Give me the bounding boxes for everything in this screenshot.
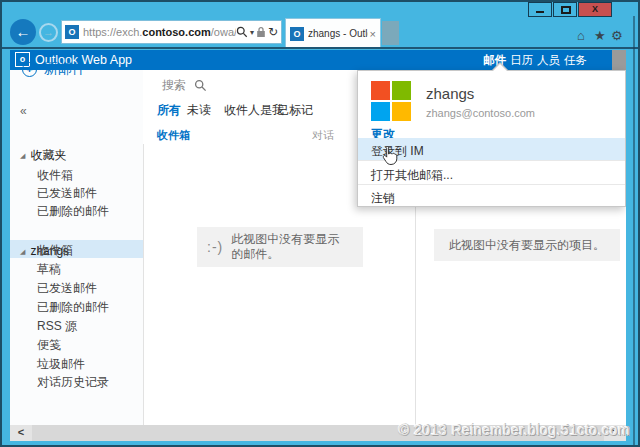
sidebar-item-conversation-history[interactable]: 对话历史记录 — [37, 374, 109, 391]
sidebar-item-deleted[interactable]: 已删除的邮件 — [37, 299, 109, 316]
forward-icon: → — [43, 26, 54, 38]
vertical-scrollbar-thumb[interactable] — [612, 50, 626, 70]
user-account-menu: zhangs zhangs@contoso.com 更改 登录到 IM 打开其他… — [357, 70, 626, 207]
filter-all[interactable]: 所有 — [157, 102, 181, 119]
empty-list-message: :-) 此视图中没有要显示的邮件。 — [197, 227, 363, 267]
search-dropdown-caret-icon[interactable]: ▾ — [250, 28, 254, 37]
sidebar-item-drafts[interactable]: 草稿 — [37, 261, 61, 278]
search-icon — [194, 79, 207, 92]
empty-reading-pane-message: 此视图中没有要显示的项目。 — [434, 229, 620, 261]
list-pane-title: 收件箱 — [157, 128, 190, 143]
logo-square-blue — [371, 102, 390, 121]
new-tab-button[interactable] — [382, 21, 399, 45]
browser-toolbar: ← → O https://exch.contoso.com/owa/ ▾ ↻ … — [2, 2, 638, 47]
menu-item-sign-out[interactable]: 注销 — [371, 190, 395, 207]
menu-separator — [358, 160, 625, 161]
chrome-separator — [2, 47, 638, 49]
logo-square-green — [392, 81, 411, 100]
home-icon[interactable]: ⌂ — [577, 29, 585, 43]
filter-flagged[interactable]: 已标记 — [277, 102, 313, 119]
page-viewport: o Outlook Web App 邮件 日历 人员 任务 + 新邮件 « ◢收… — [10, 50, 626, 425]
back-button[interactable]: ← — [10, 19, 36, 45]
sidebar-item-inbox-selected[interactable]: 收件箱 — [37, 242, 73, 259]
collapse-sidebar-icon[interactable]: « — [20, 104, 27, 118]
sidebar-item-fav-sent[interactable]: 已发送邮件 — [37, 185, 97, 202]
sidebar-item-junk[interactable]: 垃圾邮件 — [37, 356, 85, 373]
watermark-text: © 2013 Reinember.blog.51cto.com — [399, 422, 630, 438]
menu-item-open-other-mailbox[interactable]: 打开其他邮箱... — [371, 167, 453, 184]
user-name: zhangs — [426, 85, 474, 102]
site-favicon: O — [65, 25, 79, 39]
sidebar-item-rss[interactable]: RSS 源 — [37, 318, 77, 335]
favorites-star-icon[interactable]: ★ — [594, 29, 606, 43]
owa-app-bar: o Outlook Web App 邮件 日历 人员 任务 — [10, 50, 626, 70]
url-text: https://exch.contoso.com/owa/ — [83, 26, 236, 38]
tab-title: zhangs - Outlook Web A... — [308, 28, 368, 39]
tree-expanded-icon: ◢ — [20, 248, 25, 255]
sidebar-item-sent[interactable]: 已发送邮件 — [37, 280, 97, 297]
filter-unread[interactable]: 未读 — [187, 102, 211, 119]
window-frame-shadow — [633, 16, 635, 447]
sidebar-item-notes[interactable]: 便笺 — [37, 337, 61, 354]
mouse-cursor-icon — [378, 145, 398, 167]
logo-square-yellow — [392, 102, 411, 121]
search-icon[interactable] — [236, 26, 248, 38]
address-bar[interactable]: O https://exch.contoso.com/owa/ ▾ ↻ — [61, 20, 282, 44]
tab-close-icon[interactable]: × — [370, 28, 376, 40]
browser-window: X ← → O https://exch.contoso.com/owa/ ▾ … — [0, 0, 640, 447]
search-box[interactable]: 搜索 — [162, 77, 207, 94]
user-email: zhangs@contoso.com — [426, 107, 535, 119]
conversation-sort-label[interactable]: 对话 — [312, 128, 334, 143]
plus-circle-icon: + — [22, 62, 37, 77]
user-avatar — [371, 81, 411, 121]
sidebar-item-fav-inbox[interactable]: 收件箱 — [37, 167, 73, 184]
scroll-left-icon[interactable]: < — [10, 425, 32, 441]
logo-square-red — [371, 81, 390, 100]
smiley-icon: :-) — [207, 239, 223, 255]
forward-button[interactable]: → — [39, 23, 58, 42]
browser-tab[interactable]: O zhangs - Outlook Web A... × — [285, 18, 381, 48]
filter-to-me[interactable]: 收件人是我 — [224, 102, 284, 119]
tools-gear-icon[interactable]: ⚙ — [611, 29, 623, 43]
back-icon: ← — [16, 23, 31, 40]
nav-calendar[interactable]: 日历 — [510, 50, 533, 70]
tab-favicon: O — [290, 27, 304, 41]
pane-divider — [143, 144, 144, 425]
nav-tasks[interactable]: 任务 — [564, 50, 587, 70]
new-mail-button[interactable]: + 新邮件 — [22, 60, 86, 78]
sidebar-item-fav-deleted[interactable]: 已删除的邮件 — [37, 203, 109, 220]
refresh-icon[interactable]: ↻ — [268, 25, 278, 39]
lock-icon — [256, 26, 266, 38]
tree-expanded-icon: ◢ — [20, 152, 25, 159]
favorites-section[interactable]: ◢收藏夹 — [20, 147, 66, 164]
nav-people[interactable]: 人员 — [537, 50, 560, 70]
menu-separator — [358, 184, 625, 185]
